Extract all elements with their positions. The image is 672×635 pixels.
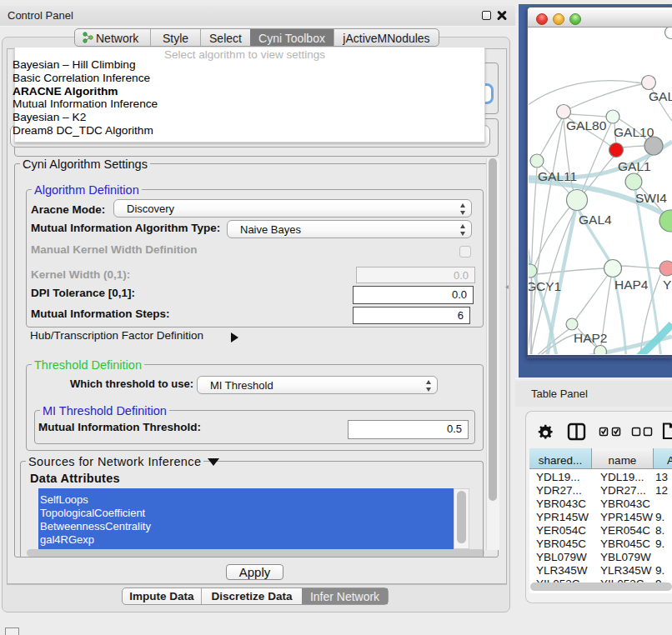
svg-text:GAL1: GAL1 (618, 159, 651, 173)
svg-text:GAL80: GAL80 (566, 118, 607, 132)
svg-text:HAP2: HAP2 (574, 331, 608, 345)
svg-text:GCY1: GCY1 (529, 279, 561, 293)
svg-text:GAL10: GAL10 (614, 125, 654, 139)
svg-text:GAL11: GAL11 (538, 169, 577, 183)
svg-text:SWI4: SWI4 (635, 191, 667, 205)
svg-text:GAL4: GAL4 (579, 212, 612, 227)
svg-text:HAP4: HAP4 (614, 278, 649, 292)
svg-text:GAL2: GAL2 (649, 89, 672, 103)
svg-text:YD: YD (663, 278, 672, 292)
